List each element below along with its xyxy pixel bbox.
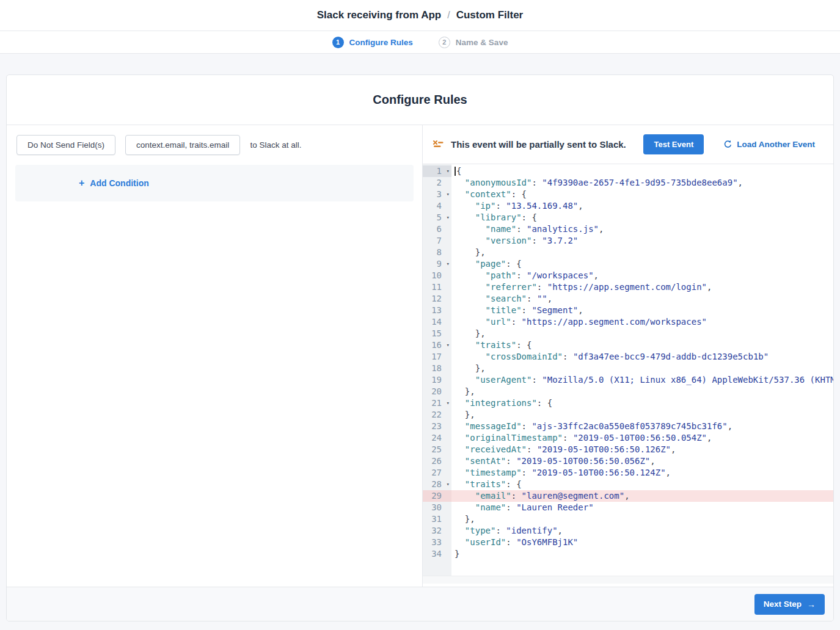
editor-line-29[interactable]: 29 "email": "lauren@segment.com", — [423, 490, 833, 502]
editor-line-9[interactable]: 9▾ "page": { — [423, 258, 833, 270]
editor-line-17[interactable]: 17 "crossDomainId": "df3a47ee-bcc9-479d-… — [423, 351, 833, 363]
code-content: "referrer": "https://app.segment.com/log… — [451, 281, 833, 293]
line-number: 28▾ — [423, 479, 451, 490]
line-number: 5▾ — [423, 212, 451, 223]
line-number: 20 — [423, 386, 451, 397]
editor-line-12[interactable]: 12 "search": "", — [423, 293, 833, 305]
line-number: 1▾ — [423, 165, 451, 177]
step-configure-rules[interactable]: 1 Configure Rules — [332, 37, 413, 48]
editor-line-23[interactable]: 23 "messageId": "ajs-33ffc2ac0a550e8f053… — [423, 421, 833, 432]
refresh-icon — [723, 140, 732, 149]
editor-line-26[interactable]: 26 "sentAt": "2019-05-10T00:56:50.056Z", — [423, 455, 833, 467]
editor-line-5[interactable]: 5▾ "library": { — [423, 212, 833, 223]
line-number: 9▾ — [423, 258, 451, 270]
editor-line-15[interactable]: 15 }, — [423, 328, 833, 339]
breadcrumb-destination: Slack receiving from App — [317, 9, 441, 21]
step-2-circle: 2 — [439, 37, 450, 48]
stepper: 1 Configure Rules 2 Name & Save — [0, 31, 840, 54]
editor-line-7[interactable]: 7 "version": "3.7.2" — [423, 235, 833, 247]
editor-line-33[interactable]: 33 "userId": "OsY6MFBj1K" — [423, 537, 833, 548]
add-condition-label: Add Condition — [90, 178, 148, 188]
load-another-event-link[interactable]: Load Another Event — [723, 140, 815, 149]
add-condition-button[interactable]: + Add Condition — [79, 178, 149, 188]
editor-line-27[interactable]: 27 "timestamp": "2019-05-10T00:56:50.124… — [423, 467, 833, 479]
editor-line-19[interactable]: 19 "userAgent": "Mozilla/5.0 (X11; Linux… — [423, 374, 833, 386]
editor-line-34[interactable]: 34} — [423, 548, 833, 560]
fields-selector[interactable]: context.email, traits.email — [125, 135, 240, 155]
editor-line-14[interactable]: 14 "url": "https://app.segment.com/works… — [423, 316, 833, 328]
fold-arrow-icon[interactable]: ▾ — [447, 212, 450, 223]
step-1-label: Configure Rules — [349, 38, 413, 47]
editor-scrollbar[interactable] — [423, 576, 833, 584]
step-name-save[interactable]: 2 Name & Save — [439, 37, 508, 48]
line-number: 22 — [423, 409, 451, 421]
card-footer: Next Step → — [7, 587, 833, 621]
code-content: "title": "Segment", — [451, 305, 833, 316]
fold-arrow-icon[interactable]: ▾ — [447, 397, 450, 409]
load-link-label: Load Another Event — [737, 140, 815, 149]
editor-line-11[interactable]: 11 "referrer": "https://app.segment.com/… — [423, 281, 833, 293]
topbar: Slack receiving from App / Custom Filter — [0, 0, 840, 31]
code-content: "crossDomainId": "df3a47ee-bcc9-479d-add… — [451, 351, 833, 363]
code-content: "userId": "OsY6MFBj1K" — [451, 537, 833, 548]
code-content: "email": "lauren@segment.com", — [451, 490, 833, 502]
test-event-button[interactable]: Test Event — [643, 134, 704, 154]
editor-line-6[interactable]: 6 "name": "analytics.js", — [423, 223, 833, 235]
line-number: 19 — [423, 374, 451, 386]
fold-arrow-icon[interactable]: ▾ — [447, 189, 450, 200]
code-content: "sentAt": "2019-05-10T00:56:50.056Z", — [451, 455, 833, 467]
line-number: 12 — [423, 293, 451, 305]
line-number: 34 — [423, 548, 451, 560]
text-cursor — [455, 167, 456, 176]
code-content: "receivedAt": "2019-05-10T00:56:50.126Z"… — [451, 444, 833, 455]
code-content: }, — [451, 409, 833, 421]
configure-rules-card: Configure Rules Do Not Send Field(s) con… — [6, 74, 834, 621]
line-number: 13 — [423, 305, 451, 316]
line-number: 21▾ — [423, 397, 451, 409]
editor-line-16[interactable]: 16▾ "traits": { — [423, 339, 833, 351]
page-title: Configure Rules — [373, 93, 467, 107]
line-number: 6 — [423, 223, 451, 235]
code-content: "anonymousId": "4f9390ae-2657-4fe1-9d95-… — [451, 177, 833, 189]
editor-line-22[interactable]: 22 }, — [423, 409, 833, 421]
json-editor[interactable]: 1▾{2 "anonymousId": "4f9390ae-2657-4fe1-… — [423, 164, 833, 576]
editor-line-25[interactable]: 25 "receivedAt": "2019-05-10T00:56:50.12… — [423, 444, 833, 455]
editor-line-2[interactable]: 2 "anonymousId": "4f9390ae-2657-4fe1-9d9… — [423, 177, 833, 189]
page-body: Configure Rules Do Not Send Field(s) con… — [0, 54, 840, 621]
code-content: "traits": { — [451, 339, 833, 351]
line-number: 33 — [423, 537, 451, 548]
plus-icon: + — [79, 178, 84, 188]
filter-type-dropdown[interactable]: Do Not Send Field(s) — [16, 135, 115, 155]
code-content: "name": "Lauren Reeder" — [451, 502, 833, 513]
editor-line-18[interactable]: 18 }, — [423, 363, 833, 374]
editor-line-1[interactable]: 1▾{ — [423, 165, 833, 177]
code-content: "traits": { — [451, 479, 833, 490]
line-number: 17 — [423, 351, 451, 363]
editor-line-32[interactable]: 32 "type": "identify", — [423, 525, 833, 537]
editor-line-10[interactable]: 10 "path": "/workspaces", — [423, 270, 833, 281]
line-number: 2 — [423, 177, 451, 189]
editor-line-20[interactable]: 20 }, — [423, 386, 833, 397]
editor-line-31[interactable]: 31 }, — [423, 513, 833, 525]
editor-line-13[interactable]: 13 "title": "Segment", — [423, 305, 833, 316]
fold-arrow-icon[interactable]: ▾ — [447, 165, 450, 177]
editor-line-24[interactable]: 24 "originalTimestamp": "2019-05-10T00:5… — [423, 432, 833, 444]
line-number: 18 — [423, 363, 451, 374]
editor-line-3[interactable]: 3▾ "context": { — [423, 189, 833, 200]
code-content: "library": { — [451, 212, 833, 223]
line-number: 4 — [423, 200, 451, 212]
rule-row: Do Not Send Field(s) context.email, trai… — [16, 135, 412, 155]
fold-arrow-icon[interactable]: ▾ — [447, 479, 450, 490]
next-step-button[interactable]: Next Step → — [754, 594, 825, 615]
line-number: 14 — [423, 316, 451, 328]
code-content: "search": "", — [451, 293, 833, 305]
editor-line-4[interactable]: 4 "ip": "13.54.169.48", — [423, 200, 833, 212]
fold-arrow-icon[interactable]: ▾ — [447, 339, 450, 351]
code-content: "messageId": "ajs-33ffc2ac0a550e8f053789… — [451, 421, 833, 432]
editor-line-30[interactable]: 30 "name": "Lauren Reeder" — [423, 502, 833, 513]
fold-arrow-icon[interactable]: ▾ — [447, 258, 450, 270]
step-2-label: Name & Save — [456, 38, 508, 47]
editor-line-28[interactable]: 28▾ "traits": { — [423, 479, 833, 490]
editor-line-21[interactable]: 21▾ "integrations": { — [423, 397, 833, 409]
editor-line-8[interactable]: 8 }, — [423, 247, 833, 258]
